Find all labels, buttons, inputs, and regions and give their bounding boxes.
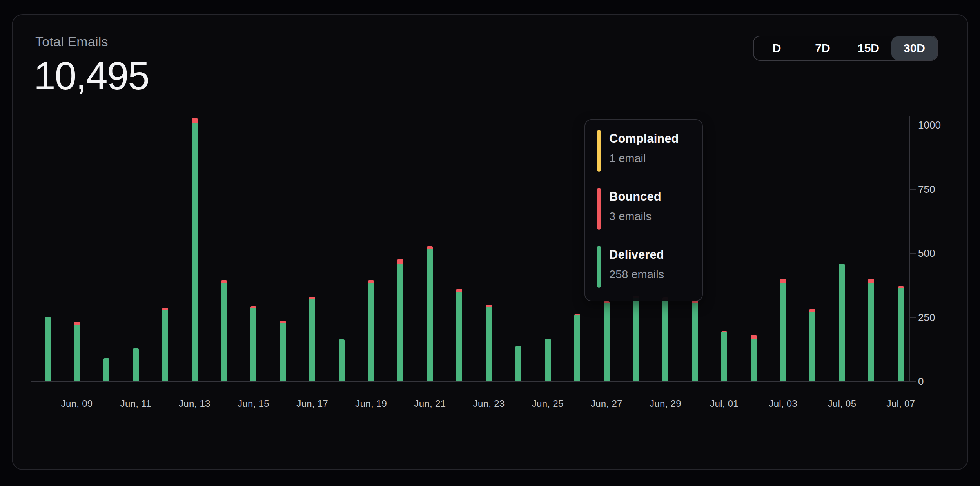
y-tick-mark: [910, 189, 916, 190]
segment-bounced: [780, 279, 786, 283]
segment-bounced: [192, 118, 198, 123]
segment-bounced: [456, 289, 462, 292]
x-tick-label: Jun, 13: [179, 398, 211, 409]
segment-delivered: [309, 299, 315, 381]
segment-delivered: [221, 283, 227, 381]
chart-tooltip: Complained 1 email Bounced 3 emails Deli…: [584, 119, 703, 301]
x-tick-label: Jun, 17: [296, 398, 328, 409]
segment-bounced: [74, 322, 80, 325]
y-tick-mark: [910, 381, 916, 382]
bar-jun-08[interactable]: [45, 317, 51, 381]
bar-jul-07[interactable]: [898, 286, 904, 381]
x-tick-label: Jun, 21: [414, 398, 446, 409]
bar-jun-12[interactable]: [162, 308, 168, 381]
segment-delivered: [633, 298, 639, 381]
bar-jul-01[interactable]: [721, 331, 727, 381]
delivered-color-bar: [597, 246, 601, 288]
bar-jun-13[interactable]: [192, 118, 198, 381]
x-tick-label: Jun, 29: [650, 398, 681, 409]
segment-delivered: [692, 303, 698, 381]
bar-jun-23[interactable]: [486, 305, 492, 381]
y-tick-mark: [910, 317, 916, 318]
bar-jun-29[interactable]: [662, 297, 668, 382]
segment-delivered: [103, 358, 109, 381]
y-tick-label: 250: [918, 311, 953, 323]
analytics-card: Total Emails 10,495 D 7D 15D 30D 0250500…: [12, 14, 968, 470]
y-tick-mark: [910, 125, 916, 125]
bar-jul-06[interactable]: [868, 279, 874, 381]
x-tick-label: Jul, 01: [710, 398, 739, 409]
segment-delivered: [486, 307, 492, 381]
x-tick-label: Jul, 05: [828, 398, 856, 409]
bar-jul-04[interactable]: [809, 309, 815, 381]
x-tick-label: Jun, 23: [473, 398, 505, 409]
segment-delivered: [868, 283, 874, 381]
delivered-label: Delivered: [609, 247, 664, 262]
complained-color-bar: [597, 130, 601, 172]
bar-jul-02[interactable]: [751, 335, 757, 381]
x-tick-label: Jun, 27: [591, 398, 622, 409]
segment-delivered: [74, 325, 80, 381]
bounced-label: Bounced: [609, 189, 661, 204]
complained-label: Complained: [609, 131, 679, 146]
bar-jun-14[interactable]: [221, 280, 227, 381]
bar-jun-17[interactable]: [309, 297, 315, 381]
bar-jun-10[interactable]: [103, 358, 109, 381]
segment-delivered: [280, 323, 286, 381]
tooltip-row-complained: Complained 1 email: [597, 130, 702, 172]
bar-jul-05[interactable]: [839, 264, 845, 381]
bar-jun-11[interactable]: [133, 348, 139, 381]
tooltip-row-bounced: Bounced 3 emails: [597, 188, 702, 230]
x-tick-label: Jun, 15: [238, 398, 269, 409]
segment-delivered: [427, 249, 433, 381]
bar-jun-20[interactable]: [397, 259, 403, 381]
bar-jun-25[interactable]: [545, 339, 551, 381]
bar-jun-15[interactable]: [250, 306, 256, 381]
bar-jun-30[interactable]: [692, 300, 698, 381]
segment-delivered: [898, 288, 904, 381]
bar-jun-28[interactable]: [633, 296, 639, 381]
y-tick-label: 500: [918, 247, 953, 259]
bar-jun-27[interactable]: [604, 301, 610, 381]
segment-delivered: [339, 339, 345, 381]
bar-jun-21[interactable]: [427, 246, 433, 381]
bar-jun-16[interactable]: [280, 321, 286, 381]
bar-jun-22[interactable]: [456, 289, 462, 381]
segment-delivered: [809, 312, 815, 381]
segment-delivered: [162, 310, 168, 381]
segment-delivered: [250, 308, 256, 381]
y-axis-line: [909, 116, 910, 382]
segment-bounced: [309, 297, 315, 300]
segment-delivered: [133, 348, 139, 381]
x-tick-label: Jun, 19: [355, 398, 387, 409]
segment-delivered: [45, 317, 51, 382]
bar-jun-19[interactable]: [368, 280, 374, 381]
segment-delivered: [574, 315, 580, 381]
segment-bounced: [397, 259, 403, 264]
segment-delivered: [545, 339, 551, 381]
complained-value: 1 email: [609, 152, 679, 165]
segment-delivered: [751, 339, 757, 381]
segment-delivered: [604, 303, 610, 381]
bounced-value: 3 emails: [609, 210, 661, 223]
segment-bounced: [868, 279, 874, 282]
tooltip-row-delivered: Delivered 258 emails: [597, 246, 702, 288]
segment-bounced: [751, 335, 757, 339]
bar-jul-03[interactable]: [780, 279, 786, 381]
bar-jun-09[interactable]: [74, 322, 80, 381]
x-tick-label: Jul, 03: [769, 398, 797, 409]
x-tick-label: Jul, 07: [887, 398, 915, 409]
segment-delivered: [515, 346, 521, 381]
segment-delivered: [192, 123, 198, 381]
segment-delivered: [662, 300, 668, 381]
segment-delivered: [397, 264, 403, 381]
bar-jun-18[interactable]: [339, 339, 345, 381]
bar-jun-26[interactable]: [574, 314, 580, 381]
y-tick-label: 0: [918, 375, 953, 388]
y-tick-mark: [910, 253, 916, 254]
segment-bounced: [368, 280, 374, 283]
y-tick-label: 1000: [918, 119, 953, 131]
bounced-color-bar: [597, 188, 601, 230]
bar-jun-24[interactable]: [515, 346, 521, 381]
segment-delivered: [839, 264, 845, 381]
